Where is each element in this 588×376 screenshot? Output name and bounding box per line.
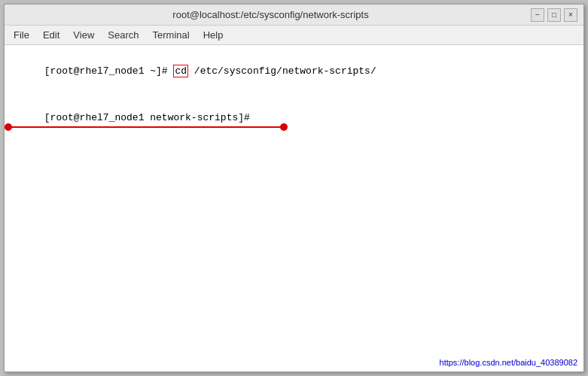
red-dot-right	[280, 123, 288, 131]
close-button[interactable]: ×	[564, 8, 577, 22]
red-dot-left	[5, 123, 12, 131]
menu-view[interactable]: View	[67, 28, 100, 42]
maximize-button[interactable]: □	[547, 8, 561, 22]
prompt-2: [root@rhel7_node1 network-scripts]#	[44, 112, 250, 123]
menu-search[interactable]: Search	[102, 28, 145, 42]
menu-bar: File Edit View Search Terminal Help	[5, 26, 583, 45]
minimize-button[interactable]: −	[531, 8, 544, 22]
menu-edit[interactable]: Edit	[37, 28, 66, 42]
menu-terminal[interactable]: Terminal	[147, 28, 196, 42]
window-title: root@localhost:/etc/sysconfig/network-sc…	[11, 9, 531, 20]
window-controls: − □ ×	[531, 8, 577, 22]
terminal-line-2: [root@rhel7_node1 network-scripts]#	[9, 95, 579, 141]
terminal-line-1: [root@rhel7_node1 ~]# cd /etc/sysconfig/…	[9, 48, 579, 95]
terminal-window: root@localhost:/etc/sysconfig/network-sc…	[4, 4, 584, 372]
title-bar: root@localhost:/etc/sysconfig/network-sc…	[5, 5, 583, 26]
watermark: https://blog.csdn.net/baidu_40389082	[440, 358, 577, 367]
menu-file[interactable]: File	[8, 28, 35, 42]
command-cd: cd	[173, 65, 188, 77]
path-1: /etc/sysconfig/network-scripts/	[188, 65, 376, 77]
prompt-1: [root@rhel7_node1 ~]#	[44, 65, 174, 77]
red-arrow-annotation	[5, 126, 283, 128]
menu-help[interactable]: Help	[197, 28, 230, 42]
terminal-body[interactable]: [root@rhel7_node1 ~]# cd /etc/sysconfig/…	[5, 45, 583, 371]
